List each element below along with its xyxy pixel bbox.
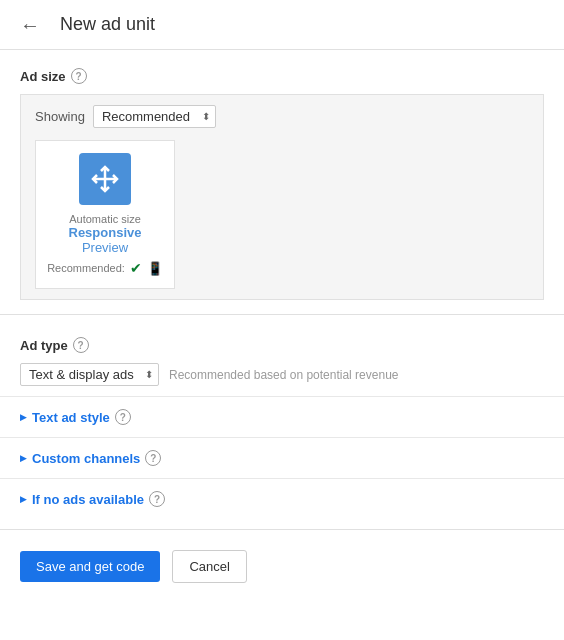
back-button[interactable]: ← bbox=[20, 15, 40, 35]
ad-size-help-icon[interactable]: ? bbox=[71, 68, 87, 84]
ad-type-hint: Recommended based on potential revenue bbox=[169, 368, 399, 382]
recommended-label: Recommended: bbox=[47, 262, 125, 274]
showing-label: Showing bbox=[35, 109, 85, 124]
auto-size-label: Automatic size bbox=[69, 213, 141, 225]
mobile-icon: 📱 bbox=[147, 261, 163, 276]
collapse-arrow-icon-2: ▶ bbox=[20, 453, 27, 463]
divider-1 bbox=[0, 314, 564, 315]
custom-channels-label: Custom channels bbox=[32, 451, 140, 466]
ad-type-dropdown-wrapper: Text & display ads Display ads only Text… bbox=[20, 363, 159, 386]
ad-type-dropdown[interactable]: Text & display ads Display ads only Text… bbox=[20, 363, 159, 386]
ad-size-card: Automatic size Responsive Preview Recomm… bbox=[35, 140, 175, 289]
ad-type-section: Ad type ? Text & display ads Display ads… bbox=[0, 319, 564, 396]
ad-size-name: Responsive bbox=[69, 225, 142, 240]
recommended-dropdown[interactable]: Recommended All sizes bbox=[93, 105, 216, 128]
ad-size-label: Ad size ? bbox=[20, 68, 544, 84]
ad-size-section: Ad size ? Showing Recommended All sizes … bbox=[0, 50, 564, 310]
move-icon bbox=[89, 163, 121, 195]
no-ads-help-icon[interactable]: ? bbox=[149, 491, 165, 507]
ad-type-help-icon[interactable]: ? bbox=[73, 337, 89, 353]
ad-type-label: Ad type ? bbox=[20, 337, 544, 353]
cancel-button[interactable]: Cancel bbox=[172, 550, 246, 583]
ad-size-icon bbox=[79, 153, 131, 205]
text-ad-style-help-icon[interactable]: ? bbox=[115, 409, 131, 425]
no-ads-section[interactable]: ▶ If no ads available ? bbox=[0, 478, 564, 519]
save-button[interactable]: Save and get code bbox=[20, 551, 160, 582]
check-icon: ✔ bbox=[130, 260, 142, 276]
text-ad-style-label: Text ad style bbox=[32, 410, 110, 425]
page-title: New ad unit bbox=[60, 14, 155, 35]
ad-type-row: Text & display ads Display ads only Text… bbox=[20, 363, 544, 386]
ad-size-container: Showing Recommended All sizes ⬍ bbox=[20, 94, 544, 300]
collapse-arrow-icon-3: ▶ bbox=[20, 494, 27, 504]
footer: Save and get code Cancel bbox=[0, 529, 564, 603]
custom-channels-help-icon[interactable]: ? bbox=[145, 450, 161, 466]
preview-link[interactable]: Preview bbox=[82, 240, 128, 255]
custom-channels-section[interactable]: ▶ Custom channels ? bbox=[0, 437, 564, 478]
recommended-row: Recommended: ✔ 📱 bbox=[47, 260, 163, 276]
no-ads-label: If no ads available bbox=[32, 492, 144, 507]
recommended-dropdown-wrapper: Recommended All sizes ⬍ bbox=[93, 105, 216, 128]
collapse-arrow-icon: ▶ bbox=[20, 412, 27, 422]
text-ad-style-section[interactable]: ▶ Text ad style ? bbox=[0, 396, 564, 437]
page-header: ← New ad unit bbox=[0, 0, 564, 50]
showing-row: Showing Recommended All sizes ⬍ bbox=[35, 105, 529, 128]
